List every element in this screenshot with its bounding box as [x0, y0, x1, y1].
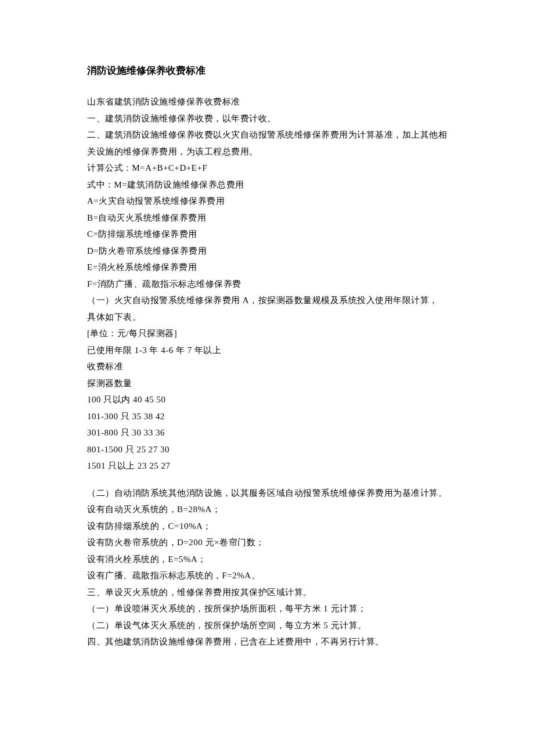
- body-line: 二、建筑消防设施维修保养收费以火灾自动报警系统维修保养费用为计算基准，加上其他相…: [87, 127, 447, 160]
- body-line: 101-300 只 35 38 42: [87, 408, 447, 425]
- body-line: 收费标准: [87, 358, 447, 375]
- body-line: （一）火灾自动报警系统维修保养费用 A，按探测器数量规模及系统投入使用年限计算，…: [87, 292, 447, 325]
- body-line: 设有防排烟系统的，C=10%A；: [87, 518, 447, 535]
- body-line: 已使用年限 1-3 年 4-6 年 7 年以上: [87, 342, 447, 359]
- body-line: （一）单设喷淋灭火系统的，按所保护场所面积，每平方米 1 元计算；: [87, 600, 447, 617]
- blank-line: [87, 474, 447, 485]
- body-line: 1501 只以上 23 25 27: [87, 458, 447, 474]
- body-line: 山东省建筑消防设施维修保养收费标准: [87, 93, 447, 110]
- body-line: B=自动灭火系统维修保养费用: [87, 210, 447, 226]
- body-line: 设有广播、疏散指示标志系统的，F=2%A。: [87, 567, 447, 584]
- body-line: 301-800 只 30 33 36: [87, 424, 447, 441]
- body-line: 探测器数量: [87, 375, 447, 392]
- body-line: 100 只以内 40 45 50: [87, 391, 447, 408]
- body-line: A=火灾自动报警系统维修保养费用: [87, 193, 447, 210]
- body-line: （二）单设气体灭火系统的，按所保护场所空间，每立方米 5 元计算。: [87, 617, 447, 634]
- body-line: E=消火栓系统维修保养费用: [87, 259, 447, 276]
- body-line: 三、单设灭火系统的，维修保养费用按其保护区域计算。: [87, 584, 447, 601]
- body-line: [单位：元/每只探测器]: [87, 325, 447, 342]
- body-line: 式中：M=建筑消防设施维修保养总费用: [87, 177, 447, 193]
- body-line: 设有自动灭火系统的，B=28%A；: [87, 501, 447, 518]
- body-line: 一、建筑消防设施维修保养收费，以年费计收。: [87, 110, 447, 127]
- body-line: 设有防火卷帘系统的，D=200 元×卷帘门数；: [87, 534, 447, 551]
- body-line: 四、其他建筑消防设施维修保养费用，已含在上述费用中，不再另行计算。: [87, 633, 447, 650]
- body-line: 计算公式：M=A+B+C+D+E+F: [87, 160, 447, 177]
- body-line: D=防火卷帘系统维修保养费用: [87, 243, 447, 260]
- document-title: 消防设施维修保养收费标准: [87, 64, 447, 77]
- body-line: 设有消火栓系统的，E=5%A；: [87, 551, 447, 568]
- body-line: （二）自动消防系统其他消防设施，以其服务区域自动报警系统维修保养费用为基准计算。: [87, 485, 447, 502]
- body-line: 801-1500 只 25 27 30: [87, 441, 447, 458]
- body-line: F=消防广播、疏散指示标志维修保养费: [87, 276, 447, 293]
- body-line: C=防排烟系统维修保养费用: [87, 226, 447, 243]
